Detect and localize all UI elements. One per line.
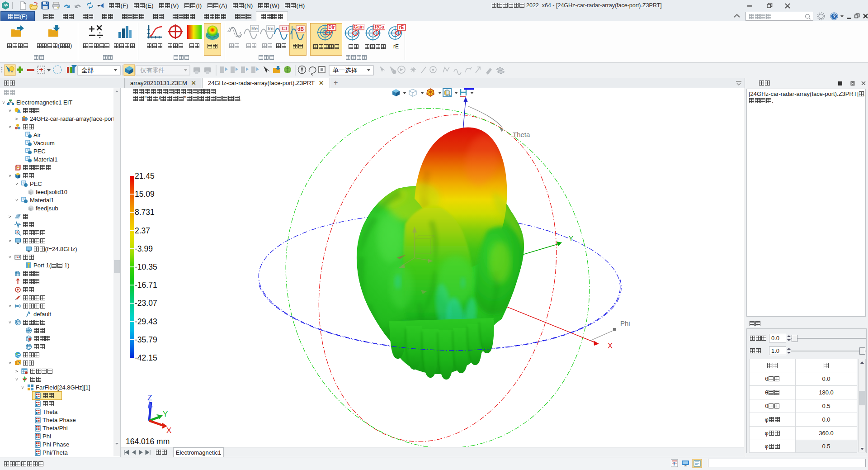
svg-text:X: X — [166, 426, 171, 435]
svg-text:8.731: 8.731 — [135, 208, 155, 217]
svg-text:RGa: RGa — [375, 24, 384, 29]
svg-text:21.45: 21.45 — [135, 171, 155, 180]
svg-text:Im: Im — [268, 26, 274, 31]
svg-text:Y: Y — [163, 410, 168, 418]
svg-text:164.016 mm: 164.016 mm — [126, 437, 170, 446]
svg-text:-29.43: -29.43 — [135, 317, 157, 326]
svg-text:-3.99: -3.99 — [135, 244, 153, 253]
svg-text:T: T — [673, 461, 675, 466]
svg-text:Theta: Theta — [513, 131, 530, 138]
svg-text:Dir: Dir — [328, 25, 335, 30]
svg-text:全部: 全部 — [81, 67, 94, 74]
svg-text:单一选择: 单一选择 — [333, 67, 358, 74]
svg-text:X: X — [608, 342, 613, 350]
svg-text:Re: Re — [251, 26, 258, 31]
svg-text:I=I: I=I — [282, 26, 287, 31]
svg-text:rE: rE — [399, 25, 404, 30]
svg-text:15.09: 15.09 — [135, 190, 155, 199]
svg-text:仅有零件: 仅有零件 — [140, 67, 165, 74]
svg-text:Gain: Gain — [354, 24, 363, 29]
svg-text:2.37: 2.37 — [135, 226, 150, 235]
svg-text:-42.15: -42.15 — [135, 353, 157, 362]
svg-text:Phi: Phi — [620, 319, 630, 327]
svg-text:-23.07: -23.07 — [135, 299, 157, 308]
svg-text:-10.35: -10.35 — [135, 262, 157, 271]
svg-text:Z: Z — [147, 394, 152, 402]
svg-text:?: ? — [833, 14, 836, 19]
svg-text:dB: dB — [297, 26, 304, 32]
svg-text:-35.79: -35.79 — [135, 335, 157, 344]
svg-text:-16.71: -16.71 — [135, 280, 157, 290]
svg-text:Y: Y — [569, 234, 573, 242]
